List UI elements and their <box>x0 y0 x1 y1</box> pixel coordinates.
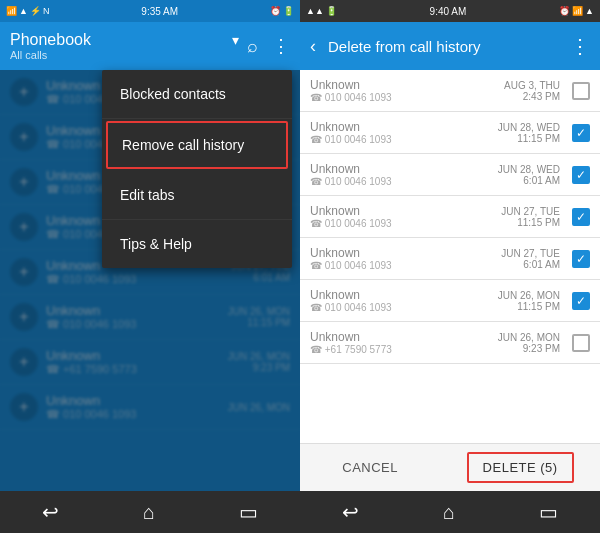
right-back-nav-icon[interactable]: ↩ <box>342 500 359 524</box>
back-nav-icon[interactable]: ↩ <box>42 500 59 524</box>
more-icon[interactable]: ⋮ <box>272 35 290 57</box>
right-status-bar: ▲▲ 🔋 9:40 AM ⏰ 📶 ▲ <box>300 0 600 22</box>
right-signal2-icon: ▲ <box>585 6 594 16</box>
right-wifi-icon: 📶 <box>572 6 583 16</box>
menu-item-remove-history[interactable]: Remove call history <box>106 121 288 169</box>
table-row: Unknown ☎ 010 0046 1093 AUG 3, THU2:43 P… <box>300 70 600 112</box>
menu-item-blocked-contacts[interactable]: Blocked contacts <box>102 70 292 119</box>
left-status-icons-right: ⏰ 🔋 <box>270 6 294 16</box>
wifi-icon: 📶 <box>6 6 17 16</box>
right-status-icons-right: ⏰ 📶 ▲ <box>559 6 594 16</box>
left-status-bar: 📶 ▲ ⚡ N 9:35 AM ⏰ 🔋 <box>0 0 300 22</box>
cancel-button[interactable]: CANCEL <box>326 452 414 483</box>
recents-nav-icon[interactable]: ▭ <box>239 500 258 524</box>
left-nav-bar: ↩ ⌂ ▭ <box>0 491 300 533</box>
right-time: 9:40 AM <box>430 6 467 17</box>
right-top-bar: ‹ Delete from call history ⋮ <box>300 22 600 70</box>
left-status-icons-left: 📶 ▲ ⚡ N <box>6 6 49 16</box>
bottom-action-bar: CANCEL DELETE (5) <box>300 443 600 491</box>
table-row: Unknown ☎ 010 0046 1093 JUN 28, WED6:01 … <box>300 154 600 196</box>
table-row: Unknown ☎ +61 7590 5773 JUN 26, MON9:23 … <box>300 322 600 364</box>
right-recents-nav-icon[interactable]: ▭ <box>539 500 558 524</box>
table-row: Unknown ☎ 010 0046 1093 JUN 27, TUE6:01 … <box>300 238 600 280</box>
table-row: Unknown ☎ 010 0046 1093 JUN 28, WED11:15… <box>300 112 600 154</box>
right-signal-icon: ▲▲ <box>306 6 324 16</box>
right-status-icons-left: ▲▲ 🔋 <box>306 6 337 16</box>
battery-icon: 🔋 <box>283 6 294 16</box>
table-row: Unknown ☎ 010 0046 1093 JUN 27, TUE11:15… <box>300 196 600 238</box>
menu-item-edit-tabs[interactable]: Edit tabs <box>102 171 292 220</box>
left-time: 9:35 AM <box>141 6 178 17</box>
checkbox-checked[interactable]: ✓ <box>572 250 590 268</box>
dropdown-arrow[interactable]: ▾ <box>232 32 239 48</box>
checkbox-checked[interactable]: ✓ <box>572 292 590 310</box>
signal-icon: ▲ <box>19 6 28 16</box>
right-battery-icon: 🔋 <box>326 6 337 16</box>
menu-item-tips-help[interactable]: Tips & Help <box>102 220 292 268</box>
right-call-list: Unknown ☎ 010 0046 1093 AUG 3, THU2:43 P… <box>300 70 600 443</box>
table-row: Unknown ☎ 010 0046 1093 JUN 26, MON11:15… <box>300 280 600 322</box>
delete-button[interactable]: DELETE (5) <box>467 452 574 483</box>
right-panel: ▲▲ 🔋 9:40 AM ⏰ 📶 ▲ ‹ Delete from call hi… <box>300 0 600 533</box>
checkbox-unchecked[interactable] <box>572 334 590 352</box>
search-icon[interactable]: ⌕ <box>247 36 258 57</box>
right-more-icon[interactable]: ⋮ <box>570 34 590 58</box>
checkbox-checked[interactable]: ✓ <box>572 124 590 142</box>
home-nav-icon[interactable]: ⌂ <box>143 501 155 524</box>
app-title: Phonebook <box>10 31 228 49</box>
checkbox-checked[interactable]: ✓ <box>572 208 590 226</box>
dropdown-menu: Blocked contacts Remove call history Edi… <box>102 70 292 268</box>
left-panel: 📶 ▲ ⚡ N 9:35 AM ⏰ 🔋 Phonebook ▾ All call… <box>0 0 300 533</box>
checkbox-unchecked[interactable] <box>572 82 590 100</box>
right-home-nav-icon[interactable]: ⌂ <box>443 501 455 524</box>
right-nav-bar: ↩ ⌂ ▭ <box>300 491 600 533</box>
nfc-icon: N <box>43 6 50 16</box>
right-screen-title: Delete from call history <box>328 38 562 55</box>
top-bar-icons: ⌕ ⋮ <box>247 35 290 57</box>
left-top-bar: Phonebook ▾ All calls ⌕ ⋮ <box>0 22 300 70</box>
right-alarm-icon: ⏰ <box>559 6 570 16</box>
bt-icon: ⚡ <box>30 6 41 16</box>
app-subtitle: All calls <box>10 49 239 61</box>
alarm-icon: ⏰ <box>270 6 281 16</box>
back-arrow-icon[interactable]: ‹ <box>310 36 316 57</box>
checkbox-checked[interactable]: ✓ <box>572 166 590 184</box>
